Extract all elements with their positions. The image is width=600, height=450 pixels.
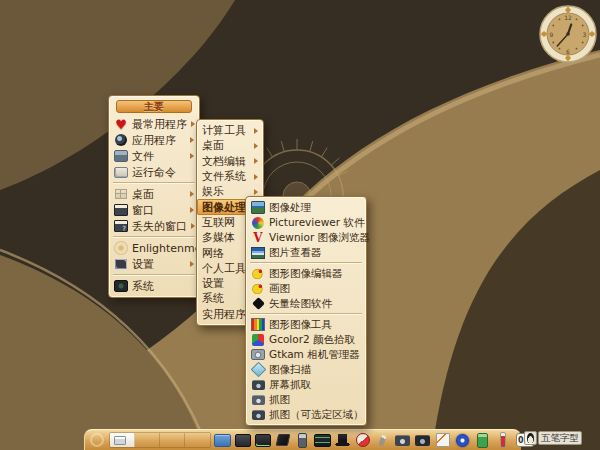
app-graphics-tool[interactable]: 图形图像工具 <box>246 317 366 332</box>
svg-text:3: 3 <box>583 31 587 38</box>
menu-separator <box>113 274 195 276</box>
main-menu: 主要 最常用程序 应用程序 文件 运行命令 桌面 窗口 <box>108 95 200 298</box>
menu-item-label: 娱乐 <box>202 186 224 197</box>
menu-item-settings[interactable]: 设置 <box>109 256 199 272</box>
menu-item-label: 图形图像工具 <box>269 319 332 330</box>
app-snapshot-region[interactable]: 抓图（可选定区域） <box>246 407 366 422</box>
app-viewnior[interactable]: Viewnior 图像浏览器 <box>246 230 366 245</box>
start-ring-icon[interactable] <box>90 433 104 447</box>
image-viewer-icon <box>251 246 265 259</box>
workspace-pager <box>109 432 211 448</box>
menu-separator <box>250 313 362 315</box>
run-command-icon <box>114 166 128 179</box>
heart-icon <box>114 118 128 131</box>
folder-icon[interactable] <box>214 432 231 448</box>
scanner-icon <box>251 363 265 376</box>
submenu-arrow-icon <box>190 137 194 143</box>
menu-item-label: 文档编辑 <box>202 156 246 167</box>
app-image-processing[interactable]: 图像处理 <box>246 200 366 215</box>
app-image-viewer[interactable]: 图片查看器 <box>246 245 366 260</box>
menu-item-label: 文件系统 <box>202 171 246 182</box>
menu-item-desktop[interactable]: 桌面 <box>109 186 199 202</box>
svg-text:9: 9 <box>550 31 554 38</box>
workspace-2[interactable] <box>135 433 160 447</box>
category-desktop[interactable]: 桌面 <box>197 138 263 153</box>
power-icon[interactable] <box>454 432 471 448</box>
menu-item-run-command[interactable]: 运行命令 <box>109 164 199 180</box>
viewnior-icon <box>251 231 265 244</box>
menu-item-label: 桌面 <box>132 189 154 200</box>
app-gtkam[interactable]: Gtkam 相机管理器 <box>246 347 366 362</box>
app-snapshot[interactable]: 抓图 <box>246 392 366 407</box>
menu-item-label: 应用程序 <box>132 135 176 146</box>
submenu-arrow-icon <box>190 207 194 213</box>
monitor-icon[interactable] <box>314 432 331 448</box>
desktop[interactable]: 12 3 6 9 主要 最常用程序 应用程序 文件 <box>0 0 600 450</box>
thermometer-icon[interactable] <box>494 432 511 448</box>
menu-item-label: Pictureviewer 软件 <box>269 217 364 228</box>
menu-item-label: 网络 <box>202 248 224 259</box>
app-vector-drawing[interactable]: 矢量绘图软件 <box>246 296 366 311</box>
menu-item-label: Gcolor2 颜色拾取 <box>269 334 355 345</box>
app-paint[interactable]: 画图 <box>246 281 366 296</box>
compass-icon[interactable] <box>354 432 371 448</box>
menu-item-lost-windows[interactable]: 丢失的窗口 <box>109 218 199 234</box>
menu-item-label: 系统 <box>202 293 224 304</box>
system-icon <box>114 280 128 293</box>
submenu-arrow-icon <box>191 223 195 229</box>
menu-item-label: 互联网 <box>202 217 235 228</box>
submenu-arrow-icon <box>254 174 258 180</box>
workspace-4[interactable] <box>185 433 210 447</box>
camera-icon[interactable] <box>394 432 411 448</box>
menu-item-files[interactable]: 文件 <box>109 148 199 164</box>
category-document-editing[interactable]: 文档编辑 <box>197 154 263 169</box>
menu-item-label: 图形图像编辑器 <box>269 268 343 279</box>
windows-icon <box>114 204 128 217</box>
menu-separator <box>250 262 362 264</box>
menu-item-enlightenment[interactable]: Enlightenment <box>109 240 199 256</box>
penguin-icon[interactable] <box>524 431 537 445</box>
app-graphics-editor[interactable]: 图形图像编辑器 <box>246 266 366 281</box>
snapshot-region-icon <box>251 408 265 421</box>
app-gcolor2[interactable]: Gcolor2 颜色拾取 <box>246 332 366 347</box>
usb-drive-icon[interactable] <box>294 432 311 448</box>
category-computing-tools[interactable]: 计算工具 <box>197 123 263 138</box>
menu-item-label: 图片查看器 <box>269 247 322 258</box>
lost-windows-icon <box>114 220 128 233</box>
menu-item-label: 矢量绘图软件 <box>269 298 332 309</box>
input-method-label[interactable]: 五笔字型 <box>538 431 582 445</box>
category-file-system[interactable]: 文件系统 <box>197 169 263 184</box>
workspace-3[interactable] <box>160 433 185 447</box>
clock-gadget[interactable]: 12 3 6 9 <box>538 4 598 64</box>
menu-item-label: 最常用程序 <box>132 119 187 130</box>
magician-hat-icon[interactable] <box>334 432 351 448</box>
tool-icon[interactable] <box>374 432 391 448</box>
gcolor2-icon <box>251 333 265 346</box>
submenu-arrow-icon <box>254 128 258 134</box>
menu-item-favorites[interactable]: 最常用程序 <box>109 116 199 132</box>
workspace-1[interactable] <box>110 433 135 447</box>
terminal-icon[interactable] <box>234 432 251 448</box>
document-edit-icon[interactable] <box>434 432 451 448</box>
app-pictureviewer[interactable]: Pictureviewer 软件 <box>246 215 366 230</box>
settings-icon <box>114 258 128 271</box>
app-screen-grab[interactable]: 屏幕抓取 <box>246 377 366 392</box>
svg-text:12: 12 <box>564 14 572 21</box>
snapshot-icon <box>251 393 265 406</box>
pictureviewer-icon <box>251 216 265 229</box>
camera-dark-icon[interactable] <box>414 432 431 448</box>
applications-icon <box>114 134 128 147</box>
battery-icon[interactable] <box>474 432 491 448</box>
menu-item-label: 画图 <box>269 283 290 294</box>
input-method-indicator: 五笔字型 <box>524 431 582 445</box>
submenu-arrow-icon <box>254 143 258 149</box>
terminal-prompt-icon[interactable] <box>254 432 271 448</box>
menu-item-windows[interactable]: 窗口 <box>109 202 199 218</box>
enlightenment-icon <box>114 242 128 255</box>
menu-item-system[interactable]: 系统 <box>109 278 199 294</box>
book-icon[interactable] <box>274 432 291 448</box>
menu-item-applications[interactable]: 应用程序 <box>109 132 199 148</box>
menu-item-label: 系统 <box>132 281 154 292</box>
image-app-icon <box>251 201 265 214</box>
app-image-scan[interactable]: 图像扫描 <box>246 362 366 377</box>
